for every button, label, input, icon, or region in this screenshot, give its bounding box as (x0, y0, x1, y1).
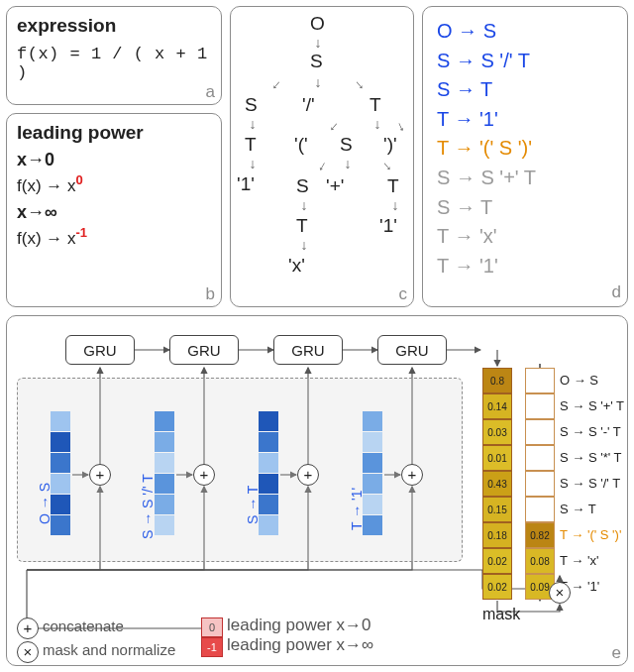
arrow-icon: ↓ (266, 73, 287, 94)
arrow-icon: ↓ (311, 35, 325, 51)
tree-node-T4: T (296, 215, 308, 237)
prob-cell: 0.02 (482, 548, 512, 574)
prob-cell: 0.82 (525, 522, 555, 548)
output-probs-masked: 0.820.080.09 (525, 368, 555, 600)
output-rule: S → S '/' T (560, 471, 624, 497)
legend-lpinf: leading power x→∞ (227, 635, 373, 655)
prob-cell: 0.03 (482, 419, 512, 445)
fx-zero-pre: f(x) → x (17, 176, 76, 195)
panel-architecture: GRU GRU GRU GRU + + + + O → S S → S '/' … (6, 315, 628, 666)
arrow-icon: ↓ (370, 116, 384, 132)
step-label: O → S (37, 483, 53, 524)
encoder-box (17, 378, 463, 562)
concat-legend-icon: + (17, 617, 39, 639)
fx-inf-exp: -1 (76, 225, 88, 240)
concat-op-icon: + (401, 464, 423, 486)
tree-node-T2: T (245, 134, 257, 156)
prob-cell (525, 445, 555, 471)
tree-node-x: 'x' (288, 255, 305, 277)
concat-op-icon: + (297, 464, 319, 486)
tree-node-one1: '1' (237, 173, 255, 195)
panel-label-e: e (612, 643, 621, 663)
prob-cell (525, 471, 555, 497)
prob-cell: 0.01 (482, 445, 512, 471)
grammar-rule: T → 'x' (437, 222, 613, 252)
fx-inf: f(x) → x-1 (17, 225, 211, 249)
rule-sequence: O → SS → S '/' TS → TT → '1'T → '(' S ')… (437, 17, 613, 280)
grammar-rule: S → T (437, 75, 613, 105)
arrow-icon: ↓ (313, 156, 333, 176)
mask-op-icon: × (549, 582, 571, 604)
tree-node-lp: '(' (294, 134, 308, 156)
arrow-icon: ↓ (348, 73, 369, 94)
panel-parse-tree: O ↓ S ↓ ↓ ↓ S '/' T ↓ T ↓ '1' ↓ ↓ ↓ '(' … (230, 6, 414, 307)
panel-label-c: c (399, 284, 408, 304)
prob-cell (525, 393, 555, 419)
tree-node-O: O (310, 13, 325, 35)
grammar-rule: S → T (437, 193, 613, 223)
expression-title: expression (17, 15, 211, 37)
output-rule-labels: O → SS → S '+' TS → S '-' TS → S '*' TS … (560, 368, 624, 600)
prob-cell: 0.8 (482, 368, 512, 393)
prob-cell: 0.08 (525, 548, 555, 574)
arrow-icon: ↓ (311, 74, 325, 90)
prob-cell (525, 368, 555, 393)
embedding-vector (51, 411, 70, 535)
tree-node-one2: '1' (379, 215, 397, 237)
tree-node-S: S (310, 51, 323, 72)
output-rule: T → 'x' (560, 548, 624, 574)
gru-cell: GRU (169, 335, 239, 365)
panel-label-a: a (206, 82, 215, 102)
grammar-rule: T → '(' S ')' (437, 134, 613, 164)
step-label: S → S '/' T (140, 474, 156, 539)
panel-label-b: b (206, 284, 215, 304)
output-rule: S → S '*' T (560, 445, 624, 471)
grammar-rule: S → S '/' T (437, 47, 613, 76)
mask-legend-icon: × (17, 641, 39, 663)
tree-node-plus: '+' (326, 175, 344, 197)
grammar-rule: O → S (437, 17, 613, 47)
concat-legend-text: concatenate (43, 617, 124, 634)
grammar-rule: S → S '+' T (437, 164, 613, 193)
prob-cell: 0.14 (482, 393, 512, 419)
tree-node-S2: S (245, 94, 258, 116)
limit-inf: x→∞ (17, 202, 211, 223)
arrow-icon: ↓ (388, 197, 402, 213)
leading-power-inf-cell: -1 (201, 637, 223, 657)
legend-lp0: leading power x→0 (227, 616, 371, 635)
fx-zero-exp: 0 (76, 172, 83, 187)
output-rule: S → S '+' T (560, 393, 624, 419)
gru-cell: GRU (377, 335, 447, 365)
expression-formula: f(x) = 1 / ( x + 1 ) (17, 45, 211, 82)
tree-node-T3: T (387, 175, 399, 197)
prob-cell (525, 419, 555, 445)
output-rule: O → S (560, 368, 624, 393)
tree-node-T1: T (370, 94, 381, 116)
concat-op-icon: + (193, 464, 215, 486)
concat-op-icon: + (89, 464, 111, 486)
prob-cell: 0.18 (482, 522, 512, 548)
arrow-icon: ↓ (246, 116, 260, 132)
leading-power-zero-cell: 0 (201, 617, 223, 637)
embedding-vector (155, 411, 174, 535)
tree-node-rp: ')' (383, 134, 397, 156)
arrow-icon: ↓ (375, 155, 396, 175)
output-rule: T → '(' S ')' (560, 522, 624, 548)
prob-cell (525, 497, 555, 522)
prob-cell: 0.43 (482, 471, 512, 497)
step-label: T → '1' (349, 488, 365, 530)
grammar-rule: T → '1' (437, 252, 613, 281)
gru-cell: GRU (273, 335, 343, 365)
embedding-vector (363, 411, 382, 535)
grammar-rule: T → '1' (437, 105, 613, 135)
fx-zero: f(x) → x0 (17, 172, 211, 196)
arrow-icon: ↓ (297, 197, 311, 213)
arrow-icon: ↓ (341, 156, 355, 171)
embedding-vector (259, 411, 278, 535)
mask-legend-text: mask and normalize (43, 641, 175, 658)
tree-node-S4: S (296, 175, 309, 197)
arrow-icon: ↓ (297, 237, 311, 253)
tree-node-S3: S (340, 134, 353, 156)
leading-power-title: leading power (17, 122, 211, 144)
output-rule: S → T (560, 497, 624, 522)
